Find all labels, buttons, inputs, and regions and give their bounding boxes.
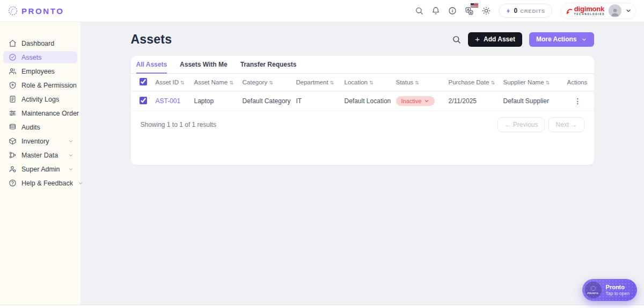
pagination: ← Previous Next → — [497, 117, 584, 132]
results-summary: Showing 1 to 1 of 1 results — [141, 121, 216, 128]
column-category[interactable]: Category⇅ — [239, 74, 293, 91]
cell-purchase-date: 2/11/2025 — [445, 91, 500, 111]
sort-icon: ⇅ — [369, 80, 374, 85]
more-actions-button[interactable]: More Actions — [529, 32, 594, 47]
layers-icon — [9, 123, 17, 131]
user-avatar[interactable] — [609, 4, 621, 17]
sort-icon: ⇅ — [546, 80, 550, 85]
sidebar-item-label: Maintenance Order — [21, 110, 79, 117]
column-asset-id[interactable]: Asset ID⇅ — [152, 74, 191, 91]
chevron-down-icon — [68, 139, 74, 144]
sidebar-item-label: Inventory — [21, 138, 49, 145]
table-search-icon[interactable] — [452, 35, 461, 44]
sidebar-item-label: Assets — [21, 54, 42, 61]
column-asset-name[interactable]: Asset Name⇅ — [191, 74, 239, 91]
credits-count: 0 — [514, 7, 518, 15]
sort-icon: ⇅ — [330, 80, 334, 85]
sidebar-item-maintenance-order[interactable]: Maintenance Order — [3, 107, 77, 119]
plus-icon: + — [475, 35, 480, 43]
row-kebab-menu-icon[interactable]: ⋮ — [572, 97, 584, 105]
cell-department: IT — [293, 91, 341, 111]
sidebar-item-master-data[interactable]: Master Data — [3, 149, 77, 161]
document-icon — [9, 95, 17, 103]
git-branch-icon — [9, 151, 17, 159]
sidebar-item-employees[interactable]: Employees — [3, 65, 77, 77]
row-checkbox-cell — [131, 91, 152, 111]
sidebar-item-super-admin[interactable]: Super Admin — [3, 163, 77, 175]
bottom-scrollbar-strip[interactable] — [0, 305, 644, 308]
credits-label: CREDITS — [520, 8, 545, 14]
next-button[interactable]: Next → — [548, 117, 584, 132]
user-badge-icon — [9, 165, 17, 173]
sidebar-item-role-permission[interactable]: Role & Permission — [3, 79, 77, 91]
sidebar-item-label: Role & Permission — [21, 82, 77, 89]
main-content: Assets + Add Asset More Actions All Asse… — [80, 22, 644, 305]
cell-supplier-name: Default Supplier — [500, 91, 562, 111]
cell-asset-name: Laptop — [191, 91, 239, 111]
column-location[interactable]: Location⇅ — [341, 74, 393, 91]
cell-location: Default Location — [341, 91, 393, 111]
sidebar-item-activity-logs[interactable]: Activity Logs — [3, 93, 77, 105]
widget-subtitle: Tap to open — [606, 291, 630, 296]
column-purchase-date[interactable]: Purchase Date⇅ — [445, 74, 500, 91]
asset-id-link[interactable]: AST-001 — [156, 97, 181, 105]
sort-icon: ⇅ — [491, 80, 495, 85]
status-badge[interactable]: Inactive — [396, 96, 435, 106]
select-all-checkbox[interactable] — [140, 78, 147, 85]
home-icon — [9, 39, 17, 47]
company-logo: digimonk TECHNOLOGIES — [566, 5, 605, 16]
cell-actions: ⋮ — [562, 91, 594, 111]
previous-button[interactable]: ← Previous — [497, 117, 545, 132]
cell-category: Default Category — [239, 91, 293, 111]
page-actions: + Add Asset More Actions — [452, 32, 594, 47]
page-title: Assets — [131, 32, 172, 47]
column-status[interactable]: Status⇅ — [393, 74, 445, 91]
chevron-down-icon — [581, 37, 587, 42]
cell-status: Inactive — [393, 91, 445, 111]
sidebar-item-assets[interactable]: Assets — [3, 51, 77, 63]
sliders-icon — [9, 109, 17, 117]
sidebar-item-dashboard[interactable]: Dashboard — [3, 37, 77, 49]
shield-icon — [9, 81, 17, 89]
badge-check-icon — [9, 53, 17, 61]
search-icon[interactable] — [415, 6, 423, 15]
sidebar-item-label: Super Admin — [21, 166, 60, 173]
assets-card: All Assets Assets With Me Transfer Reque… — [131, 56, 594, 165]
column-department[interactable]: Department⇅ — [293, 74, 341, 91]
row-checkbox[interactable] — [140, 97, 147, 104]
company-name: digimonk — [574, 5, 605, 12]
assets-table: Asset ID⇅ Asset Name⇅ Category⇅ Departme… — [131, 74, 594, 111]
notifications-icon[interactable] — [431, 6, 440, 15]
more-actions-label: More Actions — [536, 35, 577, 43]
sort-icon: ⇅ — [415, 80, 419, 85]
translate-icon[interactable] — [465, 6, 474, 16]
chevron-down-icon[interactable] — [625, 8, 632, 14]
chevron-down-icon — [68, 167, 74, 172]
brand[interactable]: PRONTO — [8, 5, 64, 16]
sidebar-item-inventory[interactable]: Inventory — [3, 135, 77, 147]
pronto-widget-logo-text: PRONTO — [588, 292, 599, 295]
us-flag-icon — [471, 3, 478, 8]
tab-all-assets[interactable]: All Assets — [136, 56, 167, 74]
header-actions: 0 CREDITS digimonk TECHNOLOGIES — [415, 3, 636, 19]
company-subtitle: TECHNOLOGIES — [574, 13, 605, 16]
sidebar: Dashboard Assets Employees Role & Permis… — [0, 22, 80, 305]
pronto-chat-widget[interactable]: PRONTO Pronto Tap to open — [582, 279, 637, 301]
theme-light-icon[interactable] — [482, 6, 491, 15]
tab-transfer-requests[interactable]: Transfer Requests — [240, 56, 297, 74]
add-asset-label: Add Asset — [484, 35, 515, 43]
account-menu[interactable]: digimonk TECHNOLOGIES — [560, 3, 636, 19]
sidebar-item-audits[interactable]: Audits — [3, 121, 77, 133]
assets-tabs: All Assets Assets With Me Transfer Reque… — [131, 56, 594, 74]
select-all-checkbox-cell — [131, 74, 152, 91]
info-icon[interactable] — [448, 6, 457, 15]
sidebar-item-label: Master Data — [21, 152, 58, 159]
sidebar-item-label: Employees — [21, 68, 55, 75]
table-row: AST-001 Laptop Default Category IT Defau… — [131, 91, 594, 111]
column-supplier-name[interactable]: Supplier Name⇅ — [500, 74, 562, 91]
add-asset-button[interactable]: + Add Asset — [468, 32, 522, 47]
sidebar-item-help-feedback[interactable]: Help & Feedback — [3, 177, 77, 189]
tab-assets-with-me[interactable]: Assets With Me — [180, 56, 228, 74]
credits-badge[interactable]: 0 CREDITS — [499, 4, 552, 18]
sort-icon: ⇅ — [269, 80, 273, 85]
